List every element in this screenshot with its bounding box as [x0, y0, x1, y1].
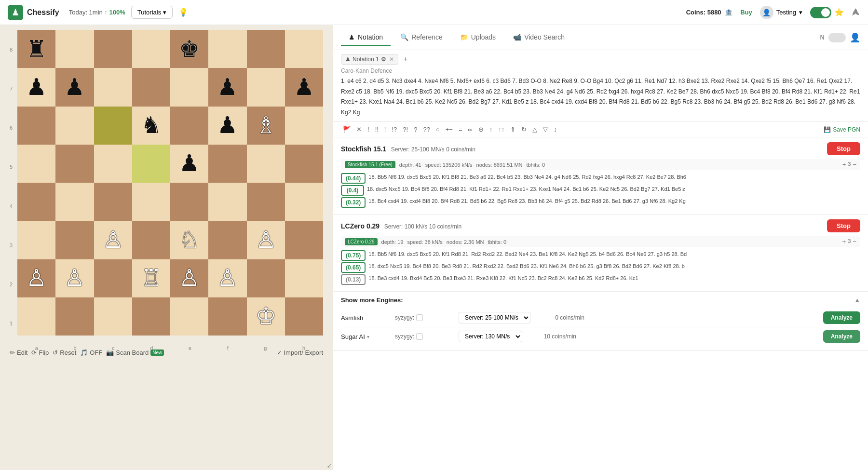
sym-plus-eq[interactable]: ⊕ — [476, 125, 486, 134]
sym-bang[interactable]: ! — [382, 125, 388, 134]
square-c5[interactable] — [94, 145, 132, 183]
sugar-ai-dropdown-arrow[interactable]: ▾ — [367, 334, 369, 339]
square-f4[interactable] — [208, 183, 246, 221]
sym-infinity[interactable]: ∞ — [466, 125, 475, 134]
square-c3[interactable]: ♙ — [94, 221, 132, 259]
square-e7[interactable] — [170, 68, 208, 106]
square-d5[interactable] — [132, 145, 170, 183]
square-f5[interactable] — [208, 145, 246, 183]
feature-toggle[interactable] — [810, 7, 831, 18]
square-b7[interactable]: ♟ — [55, 68, 94, 106]
square-d1[interactable] — [132, 297, 170, 336]
square-c1[interactable] — [94, 297, 132, 336]
sym-double-question[interactable]: ?? — [421, 125, 432, 134]
tab-notation[interactable]: ♟ Notation — [341, 29, 391, 46]
asmfish-server-dropdown[interactable]: Server: 25-100 MN/s — [459, 312, 530, 323]
sym-delete[interactable]: ✕ — [354, 125, 364, 134]
square-b3[interactable] — [55, 221, 94, 259]
square-e6[interactable] — [170, 107, 208, 145]
square-g8[interactable] — [247, 30, 285, 68]
square-b4[interactable] — [55, 183, 94, 221]
square-b6[interactable] — [55, 107, 94, 145]
square-f8[interactable] — [208, 30, 246, 68]
square-e5[interactable]: ♟ — [170, 145, 208, 183]
square-f6[interactable]: ♟ — [208, 107, 246, 145]
square-f7[interactable]: ♟ — [208, 68, 246, 106]
square-h7[interactable]: ♟ — [285, 68, 323, 106]
square-g5[interactable] — [247, 145, 285, 183]
square-h3[interactable] — [285, 221, 323, 259]
square-b2[interactable]: ♙ — [55, 259, 94, 297]
sym-question-exclaim[interactable]: ?! — [401, 125, 410, 134]
asmfish-analyze-button[interactable]: Analyze — [823, 311, 860, 324]
square-b1[interactable] — [55, 297, 94, 336]
sym-double-exclaim[interactable]: !! — [373, 125, 380, 134]
square-b5[interactable] — [55, 145, 94, 183]
collapse-more-engines[interactable]: ▲ — [854, 296, 860, 304]
sym-down-triangle[interactable]: ▽ — [541, 125, 550, 134]
square-a1[interactable] — [17, 297, 55, 336]
square-b8[interactable] — [55, 30, 94, 68]
sym-cycle[interactable]: ↻ — [519, 125, 529, 134]
sym-circle[interactable]: ○ — [434, 125, 442, 134]
sym-plus-minus[interactable]: +− — [444, 125, 455, 134]
square-g6[interactable]: ♗ — [247, 107, 285, 145]
user-menu[interactable]: 👤 Testing ▾ — [760, 6, 802, 19]
square-g3[interactable]: ♙ — [247, 221, 285, 259]
square-c8[interactable] — [94, 30, 132, 68]
lczero-plus[interactable]: + — [842, 238, 846, 245]
square-d3[interactable] — [132, 221, 170, 259]
sym-resize-v[interactable]: ↕ — [552, 125, 559, 134]
sugar-ai-server-dropdown[interactable]: Server: 130 MN/s — [459, 331, 522, 342]
square-a3[interactable] — [17, 221, 55, 259]
sym-double-up[interactable]: ⇑ — [508, 125, 517, 134]
square-h5[interactable] — [285, 145, 323, 183]
notation-close-button[interactable]: ✕ — [389, 56, 394, 63]
square-h6[interactable] — [285, 107, 323, 145]
square-g1[interactable]: ♔ — [247, 297, 285, 336]
sym-equal[interactable]: = — [457, 125, 464, 134]
square-g4[interactable] — [247, 183, 285, 221]
square-d8[interactable] — [132, 30, 170, 68]
asmfish-syzygy-checkbox[interactable] — [416, 314, 423, 321]
square-a6[interactable] — [17, 107, 55, 145]
tab-uploads[interactable]: 📁 Uploads — [452, 29, 503, 46]
resize-handle[interactable]: ↙ — [327, 462, 332, 469]
sym-up-arrow[interactable]: ↑↑ — [496, 125, 506, 134]
collapse-button[interactable]: ⮝ — [852, 7, 860, 17]
square-h4[interactable] — [285, 183, 323, 221]
square-a5[interactable] — [17, 145, 55, 183]
square-h8[interactable] — [285, 30, 323, 68]
square-e3[interactable]: ♘ — [170, 221, 208, 259]
sym-flag[interactable]: 🚩 — [341, 125, 353, 134]
square-e1[interactable] — [170, 297, 208, 336]
square-f3[interactable] — [208, 221, 246, 259]
n-toggle[interactable] — [828, 33, 846, 42]
square-a7[interactable]: ♟ — [17, 68, 55, 106]
notation-tab-1[interactable]: ♟ Notation 1 ⚙ ✕ — [341, 54, 398, 65]
square-h2[interactable] — [285, 259, 323, 297]
square-c6[interactable] — [94, 107, 132, 145]
square-d6[interactable]: ♞ — [132, 107, 170, 145]
sym-plus-arrow[interactable]: ↑ — [488, 125, 495, 134]
chess-board[interactable]: ♜ ♚ ♟ ♟ ♟ ♟ ♞ — [17, 30, 323, 336]
sym-triangle[interactable]: △ — [530, 125, 539, 134]
square-d2[interactable]: ♖ — [132, 259, 170, 297]
square-e2[interactable]: ♙ — [170, 259, 208, 297]
sugar-ai-syzygy-checkbox[interactable] — [416, 333, 423, 340]
square-c2[interactable] — [94, 259, 132, 297]
hint-icon[interactable]: 💡 — [178, 8, 188, 17]
square-g7[interactable] — [247, 68, 285, 106]
tutorials-button[interactable]: Tutorials ▾ — [131, 6, 173, 19]
notation-settings-icon[interactable]: ⚙ — [381, 56, 386, 63]
square-a8[interactable]: ♜ — [17, 30, 55, 68]
person-icon[interactable]: 👤 — [850, 32, 860, 43]
square-f2[interactable]: ♙ — [208, 259, 246, 297]
square-g2[interactable] — [247, 259, 285, 297]
square-e8[interactable]: ♚ — [170, 30, 208, 68]
sym-exclaim[interactable]: ! — [366, 125, 371, 134]
square-d4[interactable] — [132, 183, 170, 221]
sym-question[interactable]: ? — [412, 125, 419, 134]
save-pgn-button[interactable]: 💾 Save PGN — [824, 126, 860, 133]
square-c7[interactable] — [94, 68, 132, 106]
